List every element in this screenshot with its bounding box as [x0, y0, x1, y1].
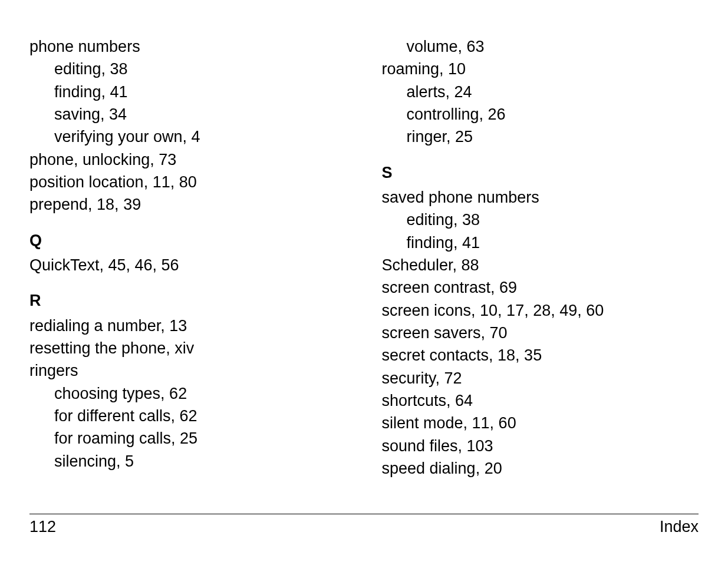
index-entry: screen contrast, 69 [382, 276, 699, 299]
index-subentry: silencing, 5 [29, 450, 347, 472]
index-entry: sound files, 103 [382, 435, 699, 457]
index-entry: Scheduler, 88 [382, 254, 699, 276]
index-subentry: ringer, 25 [382, 125, 699, 148]
section-heading-s: S [382, 161, 699, 184]
section-heading-q: Q [29, 229, 347, 252]
index-subentry: verifying your own, 4 [29, 125, 347, 148]
index-entry: redialing a number, 13 [29, 315, 347, 337]
index-entry: resetting the phone, xiv [29, 337, 347, 359]
index-subentry: finding, 41 [29, 81, 347, 103]
index-subentry: editing, 38 [382, 209, 699, 231]
index-entry: phone numbers [29, 35, 347, 58]
index-entry: ringers [29, 359, 347, 382]
index-subentry: saving, 34 [29, 103, 347, 125]
index-entry: screen icons, 10, 17, 28, 49, 60 [382, 299, 699, 322]
index-entry: prepend, 18, 39 [29, 193, 347, 216]
index-subentry: finding, 41 [382, 232, 699, 254]
index-entry: roaming, 10 [382, 58, 699, 80]
index-entry: secret contacts, 18, 35 [382, 344, 699, 366]
index-entry: speed dialing, 20 [382, 457, 699, 480]
index-subentry: controlling, 26 [382, 103, 699, 125]
index-entry: position location, 11, 80 [29, 171, 347, 193]
page: phone numbers editing, 38 finding, 41 sa… [0, 0, 728, 562]
index-columns: phone numbers editing, 38 finding, 41 sa… [29, 35, 699, 480]
index-subentry: choosing types, 62 [29, 382, 347, 405]
left-column: phone numbers editing, 38 finding, 41 sa… [29, 35, 347, 480]
index-subentry: editing, 38 [29, 58, 347, 80]
index-subentry: for roaming calls, 25 [29, 427, 347, 449]
right-column: volume, 63 roaming, 10 alerts, 24 contro… [382, 35, 699, 480]
index-entry: shortcuts, 64 [382, 389, 699, 412]
index-subentry: for different calls, 62 [29, 405, 347, 427]
section-heading-r: R [29, 289, 347, 312]
index-subentry: volume, 63 [382, 35, 699, 58]
index-entry: phone, unlocking, 73 [29, 148, 347, 171]
index-entry: screen savers, 70 [382, 322, 699, 344]
index-subentry: alerts, 24 [382, 81, 699, 103]
footer-label: Index [660, 518, 699, 536]
index-entry: saved phone numbers [382, 186, 699, 209]
page-number: 112 [29, 518, 56, 536]
page-footer: 112 Index [29, 514, 699, 536]
index-entry: QuickText, 45, 46, 56 [29, 254, 347, 276]
index-entry: security, 72 [382, 367, 699, 389]
index-entry: silent mode, 11, 60 [382, 412, 699, 434]
